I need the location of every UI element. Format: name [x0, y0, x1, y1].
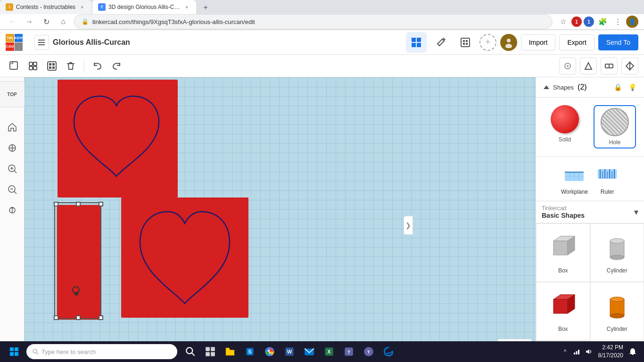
refresh-button[interactable]: ↻ — [40, 15, 53, 28]
shapes-light-button[interactable]: 💡 — [628, 83, 636, 91]
shape-tool-button[interactable] — [580, 58, 597, 74]
shapes-lock-button[interactable]: 🔒 — [614, 83, 622, 91]
taskbar-explorer-icon[interactable] — [221, 342, 239, 361]
address-input[interactable]: 🔒 tinkercad.com/things/9XgsqT3sfxA-glori… — [74, 14, 553, 29]
gray-box-icon — [546, 231, 579, 264]
taskbar-mail-icon[interactable] — [300, 342, 319, 361]
svg-rect-15 — [29, 62, 33, 66]
svg-text:S: S — [248, 349, 251, 354]
handle-br[interactable] — [99, 315, 103, 320]
tab-2[interactable]: T 3D design Glorious Allis-Curcan... × — [92, 0, 196, 14]
library-dropdown-button[interactable]: ▾ — [634, 207, 638, 217]
solid-circle — [551, 105, 579, 133]
solid-label: Solid — [559, 136, 571, 143]
taskbar-excel-icon[interactable]: X — [320, 342, 339, 361]
tab-2-close[interactable]: × — [183, 3, 190, 11]
handle-tl[interactable] — [54, 202, 58, 206]
export-button[interactable]: Export — [559, 34, 594, 50]
undo-button[interactable] — [89, 58, 106, 74]
gray-cylinder-label: Cylinder — [607, 267, 627, 274]
red-box-shape[interactable]: Box — [536, 282, 590, 340]
home-view-button[interactable] — [4, 119, 21, 136]
import-button[interactable]: Import — [521, 34, 556, 50]
tray-volume-icon[interactable] — [583, 347, 593, 356]
list-view-toggle[interactable] — [34, 35, 49, 50]
profile-avatar[interactable]: 👤 — [626, 16, 638, 28]
taskbar-teams-icon-1[interactable]: T — [339, 342, 358, 361]
heart-outline-top — [60, 82, 173, 188]
delete-button[interactable] — [62, 58, 79, 74]
stamp-button[interactable] — [25, 58, 41, 74]
add-user-button[interactable]: + — [479, 34, 496, 51]
tab-1-close[interactable]: × — [78, 3, 86, 11]
taskbar-teams-icon-2[interactable]: T — [359, 342, 378, 361]
zoom-view-button[interactable] — [601, 58, 618, 74]
workplane-icon — [562, 162, 586, 186]
orange-cylinder-shape[interactable]: Cylinder — [590, 282, 644, 340]
copy-out-button[interactable] — [6, 58, 23, 74]
clock-date: 8/17/2020 — [598, 352, 623, 360]
hole-shape-preview[interactable]: Hole — [594, 105, 636, 148]
taskbar-search-icon[interactable] — [181, 342, 200, 361]
start-button[interactable] — [4, 341, 25, 362]
search-bar[interactable]: Type here to search — [26, 344, 177, 359]
flip-button[interactable] — [621, 58, 638, 74]
taskbar-edge-icon[interactable] — [379, 342, 398, 361]
workplane-tool[interactable]: Workplane — [561, 162, 588, 195]
taskbar-word-icon[interactable]: W — [280, 342, 299, 361]
handle-bl[interactable] — [54, 315, 58, 320]
home-button[interactable]: ⌂ — [57, 15, 70, 28]
tray-up-icon[interactable]: ^ — [561, 347, 570, 356]
light-toggle-button[interactable] — [559, 58, 576, 74]
zoom-out-button[interactable] — [4, 181, 21, 198]
grid-view-button[interactable] — [406, 32, 427, 53]
gray-cylinder-shape[interactable]: Cylinder — [590, 223, 644, 282]
extension-icon-2[interactable]: 1 — [584, 16, 594, 27]
small-red-shape[interactable] — [57, 205, 101, 320]
clock[interactable]: 2:42 PM 8/17/2020 — [598, 344, 623, 360]
zoom-in-icon — [7, 164, 17, 174]
handle-bc[interactable] — [76, 315, 81, 320]
extensions-button[interactable]: 🧩 — [596, 15, 609, 28]
svg-line-34 — [14, 171, 17, 173]
forward-button[interactable]: → — [23, 15, 36, 28]
shapes-collapse-button[interactable] — [544, 85, 549, 89]
group-button[interactable] — [43, 58, 60, 74]
redo-button[interactable] — [108, 58, 125, 74]
build-view-button[interactable] — [430, 32, 451, 53]
orient-button[interactable] — [4, 202, 21, 219]
tinkercad-logo[interactable]: TIN KER CAD — [6, 34, 28, 51]
logo-cell-ker: KER — [15, 34, 23, 42]
back-button[interactable]: ← — [6, 15, 19, 28]
svg-point-12 — [507, 39, 511, 42]
new-tab-button[interactable]: + — [199, 1, 212, 14]
system-tray: ^ — [557, 347, 596, 356]
orient-icon — [7, 205, 17, 215]
view-cube[interactable]: TOP — [0, 81, 25, 107]
taskbar-taskview-icon[interactable] — [201, 342, 220, 361]
browser-settings-button[interactable]: ⋮ — [611, 15, 624, 28]
handle-tr[interactable] — [99, 202, 103, 206]
tray-network-icon[interactable] — [572, 347, 581, 356]
gray-box-shape[interactable]: Box — [536, 223, 590, 282]
expand-panel-button[interactable]: ❯ — [404, 216, 413, 235]
teams-taskbar-icon-1: T — [343, 346, 355, 357]
svg-text:T: T — [347, 349, 350, 354]
notification-button[interactable] — [625, 344, 640, 359]
taskbar-chrome-icon[interactable] — [260, 342, 279, 361]
zoom-in-button[interactable] — [4, 160, 21, 177]
tab-1[interactable]: i Contests - Instructables × — [0, 0, 91, 14]
ruler-tool[interactable]: Ruler — [595, 162, 619, 195]
svg-text:T: T — [367, 349, 370, 354]
send-to-button[interactable]: Send To — [598, 34, 638, 50]
solid-shape-preview[interactable]: Solid — [544, 105, 586, 148]
handle-tc[interactable] — [76, 202, 81, 206]
user-avatar[interactable] — [500, 34, 517, 51]
canvas-area[interactable]: ❯ Edit Grid Snap Grid 1.0 mm ▴ — [25, 77, 536, 362]
extension-icon-1[interactable]: 1 — [571, 16, 582, 27]
taskbar-store-icon[interactable]: S — [240, 342, 259, 361]
fit-view-button[interactable] — [4, 140, 21, 156]
bookmark-star-button[interactable]: ☆ — [556, 15, 570, 28]
pcb-view-button[interactable] — [455, 32, 476, 53]
svg-rect-93 — [574, 353, 575, 354]
